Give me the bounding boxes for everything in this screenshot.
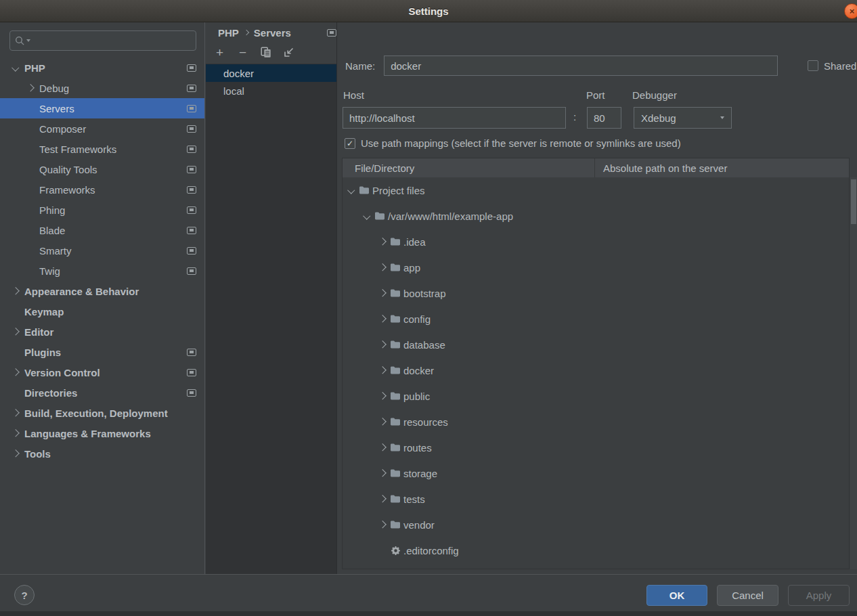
chevron-right-icon[interactable]	[376, 441, 389, 454]
name-field[interactable]	[384, 56, 778, 76]
tree-row-config[interactable]: config	[343, 306, 849, 332]
sidebar-item-blade[interactable]: Blade	[0, 220, 204, 240]
sidebar-item-quality-tools[interactable]: Quality Tools	[0, 159, 204, 179]
sidebar-item-debug[interactable]: Debug	[0, 78, 204, 98]
sidebar-item-languages-frameworks[interactable]: Languages & Frameworks	[0, 423, 204, 443]
tree-row-label: Project files	[372, 185, 425, 196]
chevron-right-icon[interactable]	[9, 326, 22, 338]
sidebar-item-smarty[interactable]: Smarty	[0, 240, 204, 261]
tree-row-docker[interactable]: docker	[343, 357, 849, 383]
sidebar-item-label: Smarty	[39, 245, 72, 257]
chevron-down-icon[interactable]	[361, 210, 373, 222]
chevron-down-icon[interactable]	[9, 62, 22, 74]
column-file-directory[interactable]: File/Directory	[343, 158, 595, 177]
chevron-right-icon[interactable]	[9, 447, 22, 460]
chevron-right-icon[interactable]	[376, 261, 389, 273]
sidebar-item-twig[interactable]: Twig	[0, 261, 204, 281]
path-mappings-checkbox[interactable]: ✓	[345, 138, 355, 149]
chevron-right-icon[interactable]	[376, 287, 389, 299]
sidebar-item-label: Test Frameworks	[39, 144, 116, 155]
tree-row-editorconfig[interactable]: .editorconfig	[343, 537, 849, 563]
ok-button[interactable]: OK	[646, 585, 707, 606]
sidebar-item-label: Servers	[39, 103, 74, 114]
sidebar-item-keymap[interactable]: Keymap	[0, 301, 204, 322]
chevron-right-icon[interactable]	[376, 236, 389, 248]
chevron-right-icon[interactable]	[9, 407, 22, 419]
sidebar-item-composer[interactable]: Composer	[0, 118, 204, 139]
tree-row-storage[interactable]: storage	[343, 460, 849, 486]
chevron-right-icon[interactable]	[24, 82, 37, 94]
sidebar-item-version-control[interactable]: Version Control	[0, 362, 204, 382]
server-item-docker[interactable]: docker	[206, 64, 336, 82]
remove-server-button[interactable]: −	[237, 47, 248, 58]
host-field[interactable]	[343, 107, 566, 129]
screen-icon	[187, 64, 196, 72]
chevron-right-icon[interactable]	[376, 467, 389, 479]
chevron-right-icon[interactable]	[376, 364, 389, 376]
sidebar-item-build-execution-deployment[interactable]: Build, Execution, Deployment	[0, 403, 204, 423]
folder-icon	[391, 495, 400, 503]
tree-row-tests[interactable]: tests	[343, 486, 849, 512]
settings-search[interactable]	[9, 30, 196, 51]
tree-row-database[interactable]: database	[343, 332, 849, 357]
cancel-button[interactable]: Cancel	[717, 585, 778, 606]
column-absolute-path[interactable]: Absolute path on the server	[595, 158, 727, 177]
chevron-right-icon[interactable]	[9, 366, 22, 378]
copy-server-button[interactable]	[260, 47, 271, 58]
tree-row-resources[interactable]: resources	[343, 409, 849, 435]
add-server-button[interactable]: +	[214, 47, 225, 58]
search-input[interactable]	[32, 32, 191, 49]
sidebar-item-plugins[interactable]: Plugins	[0, 342, 204, 362]
tree-row-label: .editorconfig	[403, 545, 459, 556]
server-item-local[interactable]: local	[206, 82, 336, 100]
debugger-selected-value: Xdebug	[641, 112, 676, 124]
tree-row-project-files[interactable]: Project files	[343, 177, 849, 203]
sidebar-item-directories[interactable]: Directories	[0, 382, 204, 403]
tree-row-idea[interactable]: .idea	[343, 229, 849, 255]
close-button[interactable]: ×	[844, 3, 857, 19]
sidebar-item-test-frameworks[interactable]: Test Frameworks	[0, 139, 204, 159]
vertical-scrollbar[interactable]	[850, 177, 857, 569]
sidebar-item-phing[interactable]: Phing	[0, 200, 204, 220]
sidebar-item-frameworks[interactable]: Frameworks	[0, 179, 204, 200]
breadcrumb-servers[interactable]: Servers	[254, 27, 291, 39]
breadcrumb-php[interactable]: PHP	[218, 27, 239, 39]
sidebar-item-servers[interactable]: Servers	[0, 98, 204, 118]
sidebar-item-editor[interactable]: Editor	[0, 322, 204, 342]
port-field[interactable]	[587, 107, 621, 129]
sidebar-item-label: Debug	[39, 83, 69, 94]
chevron-right-icon[interactable]	[376, 493, 389, 505]
sidebar-item-tools[interactable]: Tools	[0, 443, 204, 464]
chevron-right-icon[interactable]	[376, 338, 389, 351]
sidebar-item-php[interactable]: PHP	[0, 58, 204, 78]
tree-row-var-www-html-example-app[interactable]: /var/www/html/example-app	[343, 203, 849, 229]
import-server-button[interactable]	[283, 47, 294, 58]
sidebar-item-label: Frameworks	[39, 184, 95, 196]
chevron-right-icon[interactable]	[376, 390, 389, 402]
tree-row-app[interactable]: app	[343, 255, 849, 280]
help-button[interactable]: ?	[14, 585, 35, 605]
screen-icon	[187, 166, 196, 173]
chevron-right-icon[interactable]	[9, 285, 22, 297]
chevron-spacer	[24, 183, 37, 196]
tree-row-routes[interactable]: routes	[343, 435, 849, 460]
tree-row-bootstrap[interactable]: bootstrap	[343, 280, 849, 306]
tree-row-public[interactable]: public	[343, 383, 849, 409]
shared-checkbox[interactable]	[808, 60, 818, 71]
search-options-caret-icon[interactable]	[26, 39, 30, 42]
tree-row-label: config	[403, 313, 431, 325]
apply-button[interactable]: Apply	[788, 585, 850, 606]
chevron-down-icon[interactable]	[345, 184, 357, 196]
table-header: File/Directory Absolute path on the serv…	[343, 158, 849, 177]
tree-row-vendor[interactable]: vendor	[343, 512, 849, 537]
chevron-right-icon[interactable]	[376, 416, 389, 428]
sidebar-item-appearance-behavior[interactable]: Appearance & Behavior	[0, 281, 204, 301]
scrollbar-thumb[interactable]	[851, 179, 856, 224]
screen-icon	[187, 389, 196, 397]
folder-icon	[390, 520, 401, 529]
debugger-dropdown[interactable]: Xdebug	[634, 107, 732, 129]
chevron-right-icon[interactable]	[376, 313, 389, 325]
dialog-footer: ? OK Cancel Apply	[0, 574, 857, 611]
chevron-right-icon[interactable]	[376, 519, 389, 531]
chevron-right-icon[interactable]	[9, 427, 22, 439]
